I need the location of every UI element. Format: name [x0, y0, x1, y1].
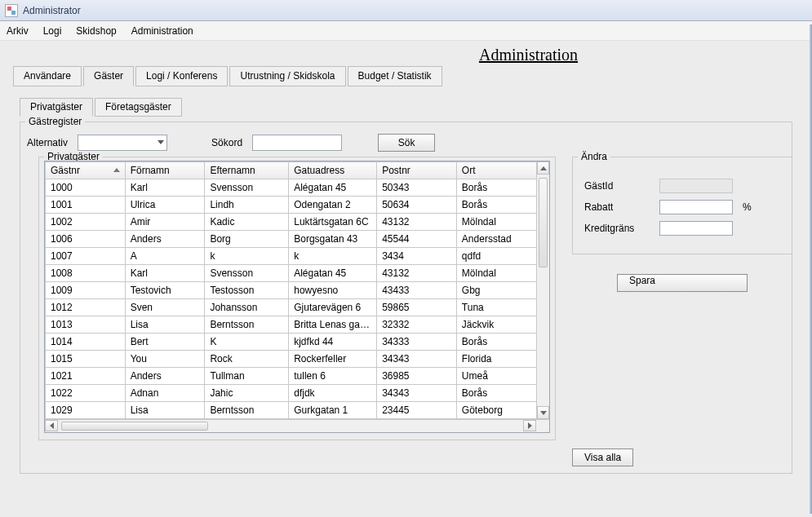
- table-row[interactable]: 1014BertKkjdfkd 4434333Borås: [46, 334, 549, 351]
- table-cell[interactable]: 59865: [377, 299, 457, 316]
- table-cell[interactable]: Johansson: [205, 299, 289, 316]
- table-cell[interactable]: Mölndal: [456, 214, 548, 231]
- table-cell[interactable]: Lisa: [125, 316, 205, 334]
- col-ort[interactable]: Ort: [456, 162, 548, 179]
- table-cell[interactable]: Britta Lenas gata...: [289, 316, 377, 334]
- tab-budget-statistik[interactable]: Budget / Statistik: [348, 66, 442, 86]
- table-cell[interactable]: 43433: [377, 282, 457, 299]
- table-cell[interactable]: 1001: [46, 197, 126, 214]
- table-cell[interactable]: 50634: [377, 197, 457, 214]
- table-cell[interactable]: 1029: [46, 402, 126, 419]
- menu-administration[interactable]: Administration: [131, 25, 193, 37]
- table-cell[interactable]: kjdfkd 44: [289, 334, 377, 351]
- table-cell[interactable]: Sven: [125, 299, 205, 316]
- table-cell[interactable]: 34333: [377, 334, 457, 351]
- table-cell[interactable]: Anders: [125, 368, 205, 385]
- table-row[interactable]: 1007Akk3434qdfd: [46, 248, 549, 265]
- table-cell[interactable]: Ulrica: [125, 197, 205, 214]
- visa-alla-button[interactable]: Visa alla: [572, 449, 633, 466]
- col-gastnr[interactable]: Gästnr: [46, 162, 126, 179]
- table-cell[interactable]: Gurkgatan 1: [289, 402, 377, 419]
- table-cell[interactable]: 1008: [46, 265, 126, 282]
- table-cell[interactable]: Umeå: [456, 368, 548, 385]
- table-cell[interactable]: Lisa: [125, 402, 205, 419]
- rabatt-input[interactable]: [659, 200, 733, 214]
- scroll-down-icon[interactable]: [537, 406, 549, 419]
- spara-button[interactable]: Spara: [617, 274, 748, 292]
- table-cell[interactable]: 1022: [46, 385, 126, 402]
- table-cell[interactable]: Florida: [456, 351, 548, 368]
- kreditgrans-input[interactable]: [659, 221, 733, 236]
- table-row[interactable]: 1013LisaBerntssonBritta Lenas gata...323…: [46, 316, 549, 334]
- table-cell[interactable]: Rock: [205, 351, 289, 368]
- scroll-up-icon[interactable]: [537, 161, 549, 175]
- table-cell[interactable]: You: [125, 351, 205, 368]
- table-cell[interactable]: Borås: [456, 197, 548, 214]
- table-cell[interactable]: 1013: [46, 316, 126, 334]
- table-cell[interactable]: 23445: [377, 402, 457, 419]
- table-cell[interactable]: Alégatan 45: [289, 179, 377, 197]
- table-cell[interactable]: dfjdk: [289, 385, 377, 402]
- table-row[interactable]: 1021AndersTullmantullen 636985Umeå: [46, 368, 549, 385]
- table-cell[interactable]: Borgsgatan 43: [289, 231, 377, 248]
- table-cell[interactable]: Berntsson: [205, 402, 289, 419]
- table-cell[interactable]: 3434: [377, 248, 457, 265]
- table-cell[interactable]: Andersstad: [456, 231, 548, 248]
- table-cell[interactable]: 1002: [46, 214, 126, 231]
- table-cell[interactable]: Svensson: [205, 179, 289, 197]
- table-row[interactable]: 1002AmirKadicLuktärtsgatan 6C43132Mölnda…: [46, 214, 549, 231]
- table-cell[interactable]: Kadic: [205, 214, 289, 231]
- table-cell[interactable]: 36985: [377, 368, 457, 385]
- guests-grid[interactable]: Gästnr Förnamn Efternamn Gatuadress Post…: [45, 161, 549, 419]
- col-postnr[interactable]: Postnr: [377, 162, 457, 179]
- table-cell[interactable]: Alégatan 45: [289, 265, 377, 282]
- tab-gaster[interactable]: Gäster: [83, 66, 134, 86]
- table-cell[interactable]: 43132: [377, 265, 457, 282]
- tab-anvandare[interactable]: Användare: [13, 66, 82, 86]
- table-row[interactable]: 1001UlricaLindhOdengatan 250634Borås: [46, 197, 549, 214]
- scroll-right-icon[interactable]: [523, 420, 536, 431]
- table-cell[interactable]: 1021: [46, 368, 126, 385]
- table-cell[interactable]: Anders: [125, 231, 205, 248]
- table-cell[interactable]: Testosson: [205, 282, 289, 299]
- table-cell[interactable]: Testovich: [125, 282, 205, 299]
- menu-skidshop[interactable]: Skidshop: [76, 25, 116, 37]
- table-cell[interactable]: Jäckvik: [456, 316, 548, 334]
- table-cell[interactable]: 1000: [46, 179, 126, 197]
- table-cell[interactable]: Mölndal: [456, 265, 548, 282]
- table-cell[interactable]: 1006: [46, 231, 126, 248]
- vscroll-thumb[interactable]: [539, 178, 548, 267]
- table-cell[interactable]: 32332: [377, 316, 457, 334]
- hscroll-thumb[interactable]: [61, 422, 208, 431]
- alternativ-combobox[interactable]: [78, 135, 167, 151]
- table-cell[interactable]: tullen 6: [289, 368, 377, 385]
- col-fornamn[interactable]: Förnamn: [125, 162, 205, 179]
- table-cell[interactable]: Luktärtsgatan 6C: [289, 214, 377, 231]
- table-cell[interactable]: 1009: [46, 282, 126, 299]
- col-efternamn[interactable]: Efternamn: [205, 162, 289, 179]
- table-cell[interactable]: A: [125, 248, 205, 265]
- table-cell[interactable]: Gjutarevägen 6: [289, 299, 377, 316]
- table-cell[interactable]: Göteborg: [456, 402, 548, 419]
- table-cell[interactable]: 1007: [46, 248, 126, 265]
- table-cell[interactable]: Berntsson: [205, 316, 289, 334]
- tab-logi-konferens[interactable]: Logi / Konferens: [135, 66, 228, 86]
- table-cell[interactable]: 43132: [377, 214, 457, 231]
- scroll-left-icon[interactable]: [45, 420, 58, 431]
- sok-button[interactable]: Sök: [378, 134, 435, 152]
- table-cell[interactable]: Jahic: [205, 385, 289, 402]
- table-row[interactable]: 1000KarlSvenssonAlégatan 4550343Borås: [46, 179, 549, 197]
- table-cell[interactable]: Borås: [456, 385, 548, 402]
- subtab-privatgaster[interactable]: Privatgäster: [20, 98, 93, 117]
- table-cell[interactable]: Svensson: [205, 265, 289, 282]
- table-cell[interactable]: 1012: [46, 299, 126, 316]
- table-cell[interactable]: Adnan: [125, 385, 205, 402]
- table-cell[interactable]: 50343: [377, 179, 457, 197]
- table-cell[interactable]: Tuna: [456, 299, 548, 316]
- table-row[interactable]: 1022AdnanJahicdfjdk34343Borås: [46, 385, 549, 402]
- table-cell[interactable]: Odengatan 2: [289, 197, 377, 214]
- table-cell[interactable]: Rockerfeller: [289, 351, 377, 368]
- menu-logi[interactable]: Logi: [43, 25, 62, 37]
- table-cell[interactable]: Karl: [125, 265, 205, 282]
- table-cell[interactable]: k: [289, 248, 377, 265]
